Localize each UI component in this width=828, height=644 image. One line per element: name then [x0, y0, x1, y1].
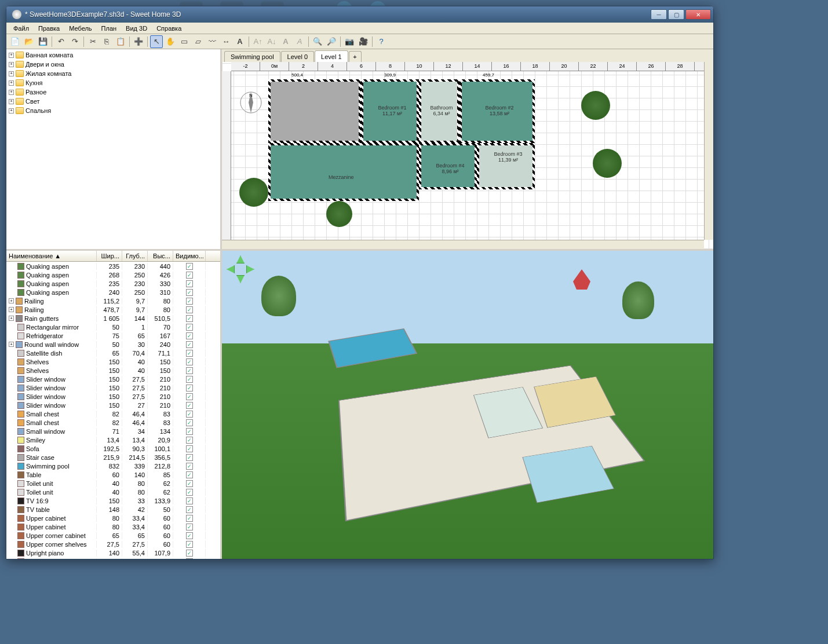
increase-text-button[interactable]: A↑: [251, 35, 264, 48]
copy-button[interactable]: ⎘: [100, 35, 113, 48]
expand-icon[interactable]: +: [9, 298, 14, 303]
furniture-row[interactable]: +Round wall window5030240✓: [6, 340, 220, 349]
furniture-row[interactable]: Upper corner cabinet656560✓: [6, 531, 220, 540]
help-button[interactable]: ?: [375, 35, 388, 48]
visible-checkbox[interactable]: ✓: [186, 506, 193, 513]
nav-up-button[interactable]: [236, 255, 245, 264]
furniture-row[interactable]: Table6014085✓: [6, 470, 220, 479]
furniture-row[interactable]: Slider window15027,5210✓: [6, 375, 220, 383]
paste-button[interactable]: 📋: [114, 35, 127, 48]
visible-checkbox[interactable]: ✓: [186, 324, 193, 331]
visible-checkbox[interactable]: ✓: [186, 332, 193, 339]
room-tool[interactable]: ▱: [192, 35, 205, 48]
menu-1[interactable]: Правка: [34, 24, 64, 33]
visible-checkbox[interactable]: ✓: [186, 358, 193, 365]
level-tab[interactable]: Level 0: [281, 51, 314, 62]
catalog-item[interactable]: +Жилая комната: [8, 69, 219, 78]
visible-checkbox[interactable]: ✓: [186, 289, 193, 296]
expand-icon[interactable]: +: [9, 99, 14, 104]
furniture-row[interactable]: Quaking aspen235230330✓: [6, 279, 220, 288]
visible-checkbox[interactable]: ✓: [186, 272, 193, 279]
expand-icon[interactable]: +: [9, 62, 14, 67]
visible-checkbox[interactable]: ✓: [186, 298, 193, 305]
visible-checkbox[interactable]: ✓: [186, 385, 193, 391]
visible-checkbox[interactable]: ✓: [186, 393, 193, 400]
furniture-row[interactable]: Smiley13,413,420,9✓: [6, 436, 220, 444]
floor-plan[interactable]: Bedroom #111,17 м² Bathroom6,34 м² Bedro…: [268, 79, 558, 218]
furniture-row[interactable]: Wall uplight241226✓: [6, 557, 220, 559]
furniture-list[interactable]: Наименование ▲ Шир... Глуб... Выс... Вид…: [6, 251, 220, 559]
pan-tool[interactable]: ✋: [164, 35, 177, 48]
furniture-row[interactable]: Shelves15040150✓: [6, 366, 220, 375]
visible-checkbox[interactable]: ✓: [186, 376, 193, 383]
expand-icon[interactable]: +: [9, 90, 14, 95]
expand-icon[interactable]: +: [9, 316, 14, 321]
visible-checkbox[interactable]: ✓: [186, 411, 193, 418]
col-name-header[interactable]: Наименование ▲: [6, 251, 97, 261]
furniture-row[interactable]: Small chest8246,483✓: [6, 409, 220, 418]
visible-checkbox[interactable]: ✓: [186, 315, 193, 322]
scrollbar-horizontal[interactable]: [222, 240, 704, 249]
col-depth-header[interactable]: Глуб...: [122, 251, 148, 261]
scrollbar-vertical[interactable]: [704, 62, 713, 240]
furniture-row[interactable]: Toilet unit408062✓: [6, 488, 220, 496]
titlebar[interactable]: * SweetHome3DExample7.sh3d - Sweet Home …: [6, 6, 713, 23]
select-tool[interactable]: ↖: [150, 35, 163, 48]
nav-down-button[interactable]: [236, 275, 245, 283]
catalog-item[interactable]: +Свет: [8, 97, 219, 106]
visible-checkbox[interactable]: ✓: [186, 550, 193, 557]
furniture-row[interactable]: TV 16:915033133,9✓: [6, 496, 220, 505]
expand-icon[interactable]: +: [9, 53, 14, 58]
zoom-in-button[interactable]: 🔍: [311, 35, 324, 48]
catalog-item[interactable]: +Ванная комната: [8, 50, 219, 60]
furniture-row[interactable]: Toilet unit408062✓: [6, 479, 220, 488]
furniture-row[interactable]: Rectangular mirror50170✓: [6, 323, 220, 331]
video-button[interactable]: 🎥: [357, 35, 370, 48]
visible-checkbox[interactable]: ✓: [186, 471, 193, 478]
expand-icon[interactable]: +: [9, 71, 14, 76]
visible-checkbox[interactable]: ✓: [186, 497, 193, 504]
nav-left-button[interactable]: [227, 265, 235, 273]
expand-icon[interactable]: +: [9, 108, 14, 114]
furniture-row[interactable]: Stair case215,9214,5356,5✓: [6, 453, 220, 462]
furniture-row[interactable]: +Railing478,79,780✓: [6, 305, 220, 314]
furniture-row[interactable]: Quaking aspen235230440✓: [6, 262, 220, 270]
visible-checkbox[interactable]: ✓: [186, 558, 193, 559]
visible-checkbox[interactable]: ✓: [186, 489, 193, 496]
level-tab[interactable]: Level 1: [315, 50, 348, 62]
visible-checkbox[interactable]: ✓: [186, 402, 193, 409]
add-furniture-button[interactable]: ➕: [132, 35, 145, 48]
expand-icon[interactable]: +: [9, 307, 14, 312]
furniture-row[interactable]: Upper cabinet8033,460✓: [6, 514, 220, 522]
view-3d[interactable]: [222, 251, 713, 559]
furniture-row[interactable]: Quaking aspen268250426✓: [6, 270, 220, 279]
catalog-item[interactable]: +Кухня: [8, 78, 219, 87]
furniture-row[interactable]: +Railing115,29,780✓: [6, 297, 220, 305]
visible-checkbox[interactable]: ✓: [186, 463, 193, 470]
visible-checkbox[interactable]: ✓: [186, 454, 193, 461]
maximize-button[interactable]: ▢: [668, 9, 684, 20]
cut-button[interactable]: ✂: [86, 35, 99, 48]
catalog-item[interactable]: +Разное: [8, 87, 219, 97]
furniture-row[interactable]: Satellite dish6570,471,1✓: [6, 349, 220, 357]
visible-checkbox[interactable]: ✓: [186, 515, 193, 522]
furniture-row[interactable]: Upper corner shelves27,527,560✓: [6, 540, 220, 548]
photo-button[interactable]: 📷: [343, 35, 356, 48]
decrease-text-button[interactable]: A↓: [265, 35, 278, 48]
visible-checkbox[interactable]: ✓: [186, 306, 193, 313]
menu-2[interactable]: Мебель: [64, 24, 96, 33]
col-visible-header[interactable]: Видимо...: [173, 251, 206, 261]
visible-checkbox[interactable]: ✓: [186, 341, 193, 348]
visible-checkbox[interactable]: ✓: [186, 532, 193, 539]
visible-checkbox[interactable]: ✓: [186, 350, 193, 357]
minimize-button[interactable]: ─: [651, 9, 667, 20]
furniture-row[interactable]: Swimming pool832339212,8✓: [6, 462, 220, 470]
italic-button[interactable]: A: [293, 35, 306, 48]
plan-canvas[interactable]: -20м246810121416182022242628 N Bedroom #…: [222, 62, 713, 249]
catalog-item[interactable]: +Спальня: [8, 106, 219, 115]
expand-icon[interactable]: +: [9, 80, 14, 86]
polyline-tool[interactable]: 〰: [206, 35, 218, 48]
catalog-item[interactable]: +Двери и окна: [8, 60, 219, 69]
redo-button[interactable]: ↷: [68, 35, 81, 48]
visible-checkbox[interactable]: ✓: [186, 437, 193, 444]
